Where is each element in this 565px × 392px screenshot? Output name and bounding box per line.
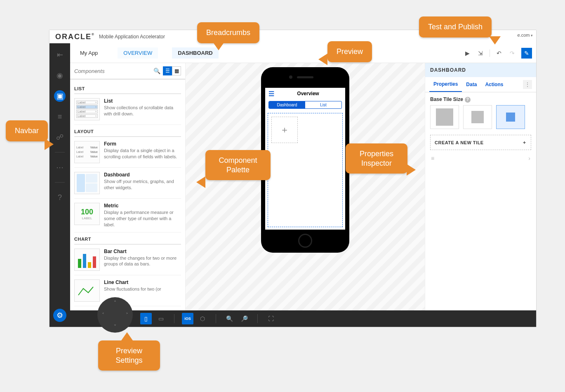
segment-list[interactable]: List — [305, 101, 341, 108]
fullscreen-icon[interactable]: ⛶ — [265, 313, 277, 324]
palette-item-bar-chart[interactable]: Bar ChartDisplay the changes for two or … — [74, 244, 181, 275]
view-grid-icon[interactable]: ▦ — [172, 66, 181, 75]
tab-overflow-icon[interactable]: ⋮ — [523, 80, 532, 89]
palette-item-form[interactable]: LabelValue LabelValue LabelValue FormDis… — [74, 137, 181, 168]
breadcrumb-current: DASHBOARD — [172, 47, 219, 59]
zoom-in-icon[interactable]: 🔎 — [238, 313, 250, 324]
device-phone-icon[interactable]: ▯ — [140, 313, 152, 324]
play-icon[interactable]: ▶ — [463, 49, 471, 57]
platform-android-icon[interactable]: ⬡ — [197, 313, 208, 324]
thumb-list-icon: Label› Label› Label› Label› — [74, 98, 100, 120]
product-name: Mobile Application Accelerator — [99, 34, 165, 40]
screen-title: Overview — [274, 91, 342, 96]
oracle-logo: ORACLE® — [55, 33, 95, 41]
palette-section-layout: LAYOUT — [74, 125, 181, 137]
thumb-line-chart-icon — [74, 279, 100, 302]
user-menu[interactable]: e.com — [518, 33, 533, 38]
nav-connect-icon[interactable]: ☍ — [54, 131, 66, 143]
properties-inspector: DASHBOARD Properties Data Actions ⋮ Base… — [425, 63, 536, 310]
topbar: My App OVERVIEW DASHBOARD ▶ ⇲ ↶ ↷ ✎ — [70, 43, 536, 63]
preview-canvas: ☰ Overview Dashboard List ＋ — [186, 63, 425, 310]
tile-size-small[interactable] — [496, 105, 525, 129]
nav-designer-icon[interactable]: ▣ — [54, 90, 66, 102]
view-list-icon[interactable]: ☰ — [163, 66, 172, 75]
thumb-metric-icon: 100 LABEL — [74, 203, 100, 225]
top-actions: ▶ ⇲ ↶ ↷ ✎ — [463, 48, 532, 59]
tile-size-medium[interactable] — [463, 105, 492, 129]
chevron-right-icon[interactable]: › — [528, 155, 530, 162]
platform-ios-icon[interactable]: iOS — [182, 313, 193, 324]
base-tile-size-label: Base Tile Size? — [430, 96, 531, 103]
device-tablet-icon[interactable]: ▭ — [155, 313, 167, 324]
dpad-control[interactable]: ˄ ˂˃ ˅ — [97, 297, 133, 333]
publish-icon[interactable]: ⇲ — [476, 49, 485, 57]
nav-data-icon[interactable]: ≡ — [54, 111, 66, 122]
phone-frame: ☰ Overview Dashboard List ＋ — [261, 67, 349, 253]
help-icon[interactable]: ? — [465, 97, 471, 103]
plus-icon: ＋ — [522, 139, 527, 146]
hamburger-icon[interactable]: ☰ — [268, 90, 274, 98]
settings-gear-icon[interactable]: ⚙ — [53, 309, 66, 322]
callout-navbar: Navbar — [6, 120, 48, 141]
palette-section-list: LIST — [74, 82, 181, 94]
tile-size-large[interactable] — [430, 105, 459, 129]
add-tile-placeholder[interactable]: ＋ — [271, 117, 298, 143]
nav-collapse-icon[interactable]: ⇤ — [54, 49, 66, 61]
drop-area[interactable]: ＋ — [268, 113, 343, 227]
navbar: ⇤ ◉ ▣ ≡ ☍ ⋯ ? ⚙ — [49, 43, 70, 327]
thumb-dashboard-icon — [74, 172, 100, 194]
tab-properties[interactable]: Properties — [429, 77, 462, 92]
nav-help-icon[interactable]: ? — [54, 192, 66, 203]
redo-icon[interactable]: ↷ — [508, 49, 516, 57]
palette-item-list[interactable]: Label› Label› Label› Label› ListShow col… — [74, 94, 181, 125]
create-new-tile-button[interactable]: CREATE A NEW TILE＋ — [430, 135, 531, 150]
inspector-title: DASHBOARD — [425, 63, 536, 77]
zoom-out-icon[interactable]: 🔍 — [224, 313, 235, 324]
callout-preview-settings: Preview Settings — [98, 340, 160, 371]
breadcrumb-overview[interactable]: OVERVIEW — [118, 47, 158, 59]
nav-more-icon[interactable]: ⋯ — [54, 162, 66, 173]
component-palette: 🔍 ☰ ▦ LIST Label› Label› Label› Label› L… — [70, 63, 186, 310]
main-area: 🔍 ☰ ▦ LIST Label› Label› Label› Label› L… — [70, 63, 536, 310]
drag-handle-icon[interactable]: ≡ — [431, 155, 434, 162]
phone-screen: ☰ Overview Dashboard List ＋ — [265, 88, 345, 230]
edit-button[interactable]: ✎ — [521, 48, 532, 59]
thumb-form-icon: LabelValue LabelValue LabelValue — [74, 141, 100, 163]
palette-section-chart: CHART — [74, 232, 181, 244]
undo-icon[interactable]: ↶ — [495, 49, 503, 57]
brand-bar: ORACLE® Mobile Application Accelerator — [49, 30, 171, 43]
segment-dashboard[interactable]: Dashboard — [269, 101, 305, 108]
tab-data[interactable]: Data — [462, 77, 481, 92]
nav-explore-icon[interactable]: ◉ — [54, 70, 66, 81]
breadcrumb-root[interactable]: My App — [74, 47, 104, 59]
palette-item-dashboard[interactable]: DashboardShow off your metrics, graphs, … — [74, 168, 181, 199]
search-icon[interactable]: 🔍 — [153, 68, 160, 74]
tab-actions[interactable]: Actions — [481, 77, 507, 92]
thumb-bar-chart-icon — [74, 249, 100, 271]
app-frame: ORACLE® Mobile Application Accelerator e… — [49, 30, 536, 327]
breadcrumb: My App OVERVIEW DASHBOARD — [74, 45, 219, 61]
palette-item-metric[interactable]: 100 LABEL MetricDisplay a performance me… — [74, 199, 181, 232]
preview-settings-bar: ˄ ˂˃ ˅ ▯ ▭ iOS ⬡ 🔍 🔎 ⛶ — [70, 310, 536, 327]
component-search-input[interactable] — [74, 68, 151, 74]
segmented-control: Dashboard List — [268, 101, 342, 109]
